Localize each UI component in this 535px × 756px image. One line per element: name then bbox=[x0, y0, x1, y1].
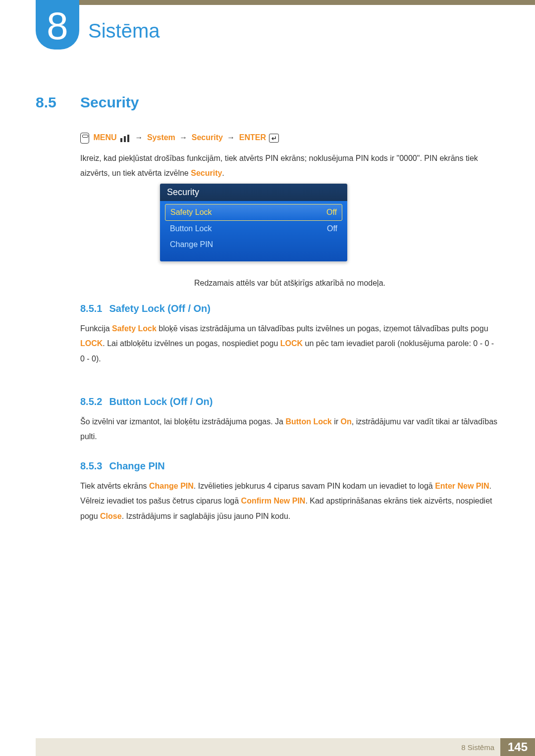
subsection-number: 8.5.2 bbox=[80, 396, 102, 407]
body-text-span: ir bbox=[332, 417, 341, 426]
subsection-number: 8.5.1 bbox=[80, 303, 102, 314]
navigation-path: MENU → System → Security → ENTER ↵ bbox=[80, 133, 499, 144]
osd-row[interactable]: Safety LockOff bbox=[165, 204, 342, 221]
remote-icon bbox=[80, 133, 89, 144]
osd-row[interactable]: Change PIN bbox=[165, 237, 342, 252]
osd-row-label: Button Lock bbox=[170, 224, 212, 233]
osd-security-panel: Security Safety LockOffButton LockOffCha… bbox=[160, 183, 348, 262]
highlight-text: On bbox=[341, 417, 352, 426]
body-text-span: Funkcija bbox=[80, 324, 112, 333]
highlight-text: Button Lock bbox=[285, 417, 331, 426]
subsection-title: Change PIN bbox=[109, 460, 164, 472]
chapter-number-badge: 8 bbox=[36, 0, 79, 50]
subsection-heading: 8.5.3Change PIN bbox=[80, 460, 499, 472]
section-number: 8.5 bbox=[36, 94, 80, 111]
enter-icon: ↵ bbox=[269, 134, 279, 143]
subsection-body: Tiek atvērts ekrāns Change PIN. Izvēliet… bbox=[80, 479, 499, 524]
nav-enter-label: ENTER bbox=[239, 133, 266, 142]
chapter-title: Sistēma bbox=[88, 20, 160, 42]
section-title: Security bbox=[80, 94, 139, 111]
osd-panel-title: Security bbox=[160, 184, 347, 201]
body-text-span: . Izvēlieties jebkurus 4 ciparus savam P… bbox=[194, 482, 435, 490]
nav-menu-label: MENU bbox=[93, 133, 116, 142]
page-footer: 8 Sistēma 145 bbox=[36, 738, 535, 756]
osd-row[interactable]: Button LockOff bbox=[165, 221, 342, 237]
highlight-text: Safety Lock bbox=[112, 324, 157, 333]
section-heading: 8.5 Security bbox=[36, 94, 139, 111]
highlight-text: Enter New PIN bbox=[435, 482, 489, 490]
osd-row-label: Change PIN bbox=[170, 240, 213, 249]
arrow-icon: → bbox=[227, 133, 235, 142]
subsection-title: Button Lock (Off / On) bbox=[109, 396, 213, 407]
header-decoration-bar bbox=[36, 0, 535, 5]
subsection-title: Safety Lock (Off / On) bbox=[109, 303, 210, 314]
body-text-span: . Lai atbloķētu izvēlnes un pogas, nospi… bbox=[103, 339, 280, 348]
osd-row-value: Off bbox=[326, 208, 337, 217]
body-text-span: bloķē visas izstrādājuma un tālvadības p… bbox=[157, 324, 488, 333]
nav-system-label: System bbox=[147, 133, 175, 142]
subsection-heading: 8.5.2Button Lock (Off / On) bbox=[80, 396, 499, 407]
highlight-text: LOCK bbox=[280, 339, 303, 348]
subsection-change-pin: 8.5.3Change PINTiek atvērts ekrāns Chang… bbox=[80, 460, 499, 524]
subsection-number: 8.5.3 bbox=[80, 460, 102, 472]
osd-row-label: Safety Lock bbox=[170, 208, 212, 217]
highlight-text: Change PIN bbox=[149, 482, 194, 490]
intro-highlight: Security bbox=[191, 169, 222, 177]
highlight-text: Confirm New PIN bbox=[241, 497, 306, 505]
arrow-icon: → bbox=[179, 133, 187, 142]
subsection-safety-lock: 8.5.1Safety Lock (Off / On)Funkcija Safe… bbox=[80, 303, 499, 366]
menu-icon bbox=[120, 135, 130, 142]
osd-panel-body: Safety LockOffButton LockOffChange PIN bbox=[160, 201, 347, 261]
footer-chapter-label: 8 Sistēma bbox=[461, 743, 494, 752]
body-text-span: . Izstrādājums ir saglabājis jūsu jauno … bbox=[122, 512, 291, 520]
body-text-span: Tiek atvērts ekrāns bbox=[80, 482, 149, 490]
footer-page-number: 145 bbox=[500, 738, 535, 756]
subsection-body: Šo izvēlni var izmantot, lai bloķētu izs… bbox=[80, 414, 499, 445]
highlight-text: Close bbox=[100, 512, 122, 520]
intro-text-after: . bbox=[222, 169, 224, 177]
highlight-text: LOCK bbox=[80, 339, 103, 348]
body-text-span: Šo izvēlni var izmantot, lai bloķētu izs… bbox=[80, 417, 285, 426]
subsection-body: Funkcija Safety Lock bloķē visas izstrād… bbox=[80, 321, 499, 366]
nav-security-label: Security bbox=[192, 133, 223, 142]
subsection-heading: 8.5.1Safety Lock (Off / On) bbox=[80, 303, 499, 314]
osd-row-value: Off bbox=[327, 224, 337, 233]
image-disclaimer: Redzamais attēls var būt atšķirīgs atkar… bbox=[80, 276, 499, 291]
arrow-icon: → bbox=[135, 133, 143, 142]
subsection-button-lock: 8.5.2Button Lock (Off / On)Šo izvēlni va… bbox=[80, 396, 499, 445]
intro-text-before: Ikreiz, kad piekļūstat drošības funkcijā… bbox=[80, 154, 478, 177]
intro-paragraph: Ikreiz, kad piekļūstat drošības funkcijā… bbox=[80, 151, 499, 181]
